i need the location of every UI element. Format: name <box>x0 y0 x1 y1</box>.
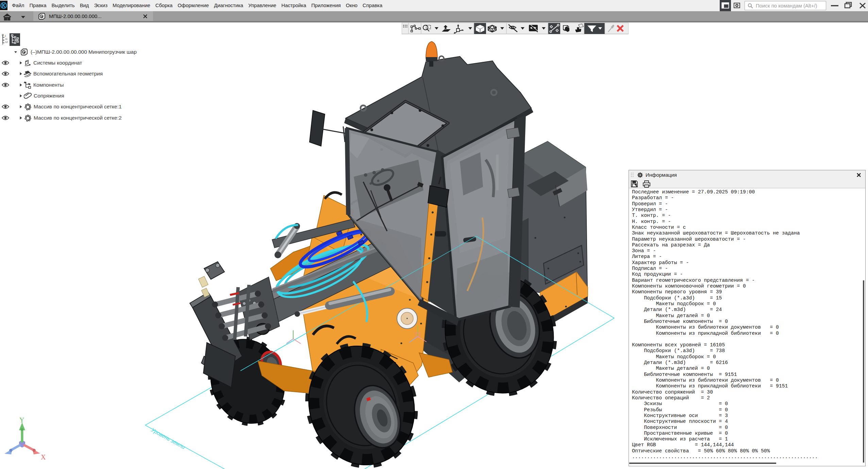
svg-text:11: 11 <box>5 38 7 40</box>
svg-text:12: 12 <box>5 41 8 43</box>
svg-text:1: 1 <box>5 35 6 37</box>
svg-text:Уровень земли: Уровень земли <box>150 427 186 450</box>
svg-text:X: X <box>41 453 46 461</box>
svg-text:2: 2 <box>2 43 3 45</box>
svg-text:Y: Y <box>19 416 24 424</box>
